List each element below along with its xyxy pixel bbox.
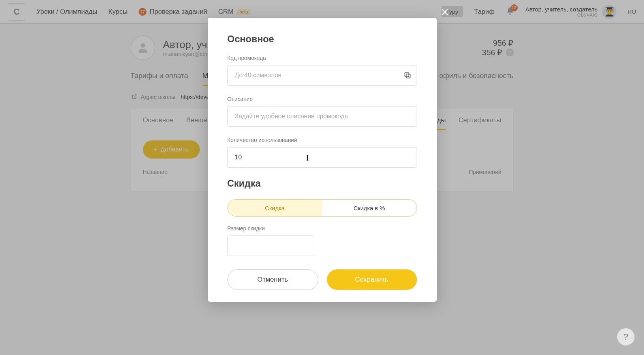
copy-icon[interactable] bbox=[404, 71, 411, 79]
discount-type-segment: Скидка Скидка в % bbox=[227, 199, 417, 217]
close-icon[interactable]: ✕ bbox=[441, 6, 449, 19]
segment-discount-pct[interactable]: Скидка в % bbox=[322, 200, 417, 216]
promo-code-input[interactable] bbox=[227, 65, 417, 86]
section-main-title: Основное bbox=[227, 34, 417, 45]
segment-discount[interactable]: Скидка bbox=[228, 200, 322, 216]
svg-rect-2 bbox=[405, 73, 409, 77]
uses-label: Количество использований bbox=[227, 137, 417, 143]
save-button[interactable]: Сохранить bbox=[327, 269, 417, 290]
modal-footer: Отменить Сохранить bbox=[208, 259, 437, 302]
description-label: Описание bbox=[227, 96, 417, 102]
cancel-button[interactable]: Отменить bbox=[227, 269, 318, 290]
uses-input[interactable] bbox=[227, 147, 417, 168]
svg-rect-1 bbox=[406, 74, 410, 78]
promo-modal: Основное Код промокода Описание Количест… bbox=[208, 18, 437, 302]
discount-size-label: Размер скидки bbox=[227, 225, 417, 232]
help-fab[interactable]: ? bbox=[617, 328, 635, 346]
promo-code-label: Код промокода bbox=[227, 55, 417, 61]
description-input[interactable] bbox=[227, 106, 417, 127]
discount-size-input[interactable] bbox=[227, 235, 314, 256]
modal-overlay[interactable]: ✕ Основное Код промокода Описание Количе… bbox=[0, 0, 644, 355]
question-icon: ? bbox=[623, 332, 628, 342]
section-discount-title: Скидка bbox=[227, 178, 417, 189]
